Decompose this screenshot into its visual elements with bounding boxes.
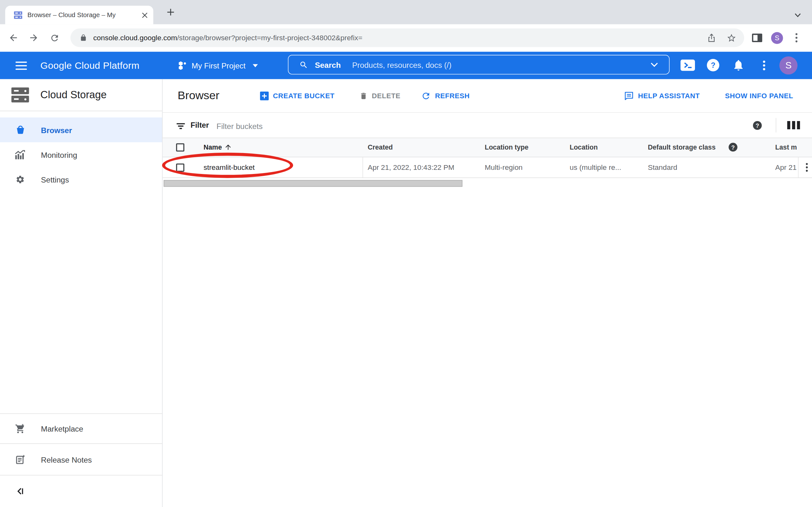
tab-title: Browser – Cloud Storage – My [28,11,138,19]
sidebar-item-browser[interactable]: Browser [0,118,162,142]
bucket-icon [15,125,26,135]
sort-ascending-icon[interactable] [224,143,232,153]
sidebar-item-release-notes[interactable]: Release Notes [0,443,162,475]
share-icon[interactable] [707,33,716,45]
create-bucket-button[interactable]: CREATE BUCKET [260,79,335,112]
buckets-table: Name Created Location type Location Defa… [163,138,812,178]
row-checkbox[interactable] [176,164,184,172]
browser-toolbar: console.cloud.google.com/storage/browser… [0,24,812,52]
filter-icon [177,122,185,131]
filter-buckets-input[interactable] [215,119,456,132]
bucket-created: Apr 21, 2022, 10:43:22 PM [368,157,454,177]
filter-label: Filter [191,113,209,137]
url-path: /storage/browser?project=my-first-projec… [177,34,362,42]
delete-button[interactable]: DELETE [359,79,401,112]
chrome-profile-avatar[interactable]: S [771,32,783,44]
refresh-button[interactable]: REFRESH [421,79,469,112]
bucket-location: us (multiple re... [570,157,621,177]
column-header-location-type[interactable]: Location type [485,138,528,157]
gcp-search-bar[interactable]: Search Products, resources, docs (/) [288,55,670,74]
new-tab-icon[interactable] [167,8,175,16]
forward-icon[interactable] [29,33,39,45]
select-all-checkbox[interactable] [176,143,184,152]
sidebar: Cloud Storage Browser [0,79,163,507]
main-content: Browser CREATE BUCKET DELETE REFRESH [163,79,812,507]
delete-label: DELETE [372,92,400,100]
search-placeholder: Products, resources, docs (/) [352,60,451,69]
filter-bar: Filter ? [163,113,812,138]
cloud-storage-icon [11,88,29,102]
bucket-location-type: Multi-region [485,157,522,177]
create-bucket-label: CREATE BUCKET [273,92,334,100]
chrome-menu-icon[interactable] [796,33,798,44]
page-title: Browser [177,79,219,112]
release-notes-icon [15,454,26,464]
browser-tab-strip: Browser – Cloud Storage – My [0,0,812,24]
browser-tab[interactable]: Browser – Cloud Storage – My [5,6,153,24]
tab-search-chevron-icon[interactable] [794,10,801,20]
back-icon[interactable] [8,33,19,45]
lock-icon [80,34,87,42]
chat-icon [624,91,634,101]
sidebar-item-monitoring[interactable]: Monitoring [0,142,162,167]
column-header-last-modified[interactable]: Last m [775,138,798,157]
add-icon [260,91,269,100]
screen: Browser – Cloud Storage – My console.clo… [0,0,812,507]
help-assistant-label: HELP ASSISTANT [638,92,700,100]
refresh-icon [421,91,431,101]
sidebar-item-marketplace[interactable]: Marketplace [0,413,162,443]
row-overflow-menu-icon[interactable] [806,163,808,173]
project-switcher[interactable]: My First Project [178,52,258,79]
project-caret-icon [253,64,258,67]
url-domain: console.cloud.google.com [93,34,177,42]
help-icon[interactable]: ? [707,59,719,71]
horizontal-scrollbar[interactable] [164,180,462,187]
chrome-profile-initial: S [775,34,779,42]
tab-close-icon[interactable] [140,10,149,20]
column-header-name[interactable]: Name [204,138,222,157]
gcp-header: Google Cloud Platform My First Project S… [0,52,812,79]
cloud-shell-icon[interactable] [680,60,695,73]
reload-icon[interactable] [50,33,60,45]
sidebar-item-label: Monitoring [41,150,77,159]
table-header-row: Name Created Location type Location Defa… [163,138,812,157]
help-filled-icon[interactable]: ? [753,121,762,130]
sidebar-title: Cloud Storage [40,89,107,101]
collapse-sidebar-button[interactable] [0,475,162,507]
sidebar-nav: Browser Monitoring [0,118,162,192]
url-text: console.cloud.google.com/storage/browser… [93,34,362,42]
url-bar[interactable]: console.cloud.google.com/storage/browser… [70,29,744,47]
delete-trash-icon [359,91,368,100]
settings-gear-icon [15,175,26,184]
page-toolbar: Browser CREATE BUCKET DELETE REFRESH [163,79,812,113]
project-switcher-icon [178,61,187,70]
project-name: My First Project [192,61,246,70]
user-avatar[interactable]: S [779,56,798,74]
hamburger-menu-icon[interactable] [15,61,27,72]
sidebar-footer: Marketplace Release Notes [0,413,162,507]
column-header-location[interactable]: Location [570,138,598,157]
column-header-storage-class[interactable]: Default storage class [648,138,716,157]
sidebar-header: Cloud Storage [0,79,162,111]
sidebar-item-label: Marketplace [41,424,83,433]
gcp-logo[interactable]: Google Cloud Platform [40,52,139,79]
storage-class-help-icon[interactable]: ? [728,143,738,152]
bucket-name-link[interactable]: streamlit-bucket [204,157,255,177]
chevron-down-icon[interactable] [651,62,658,67]
cloud-storage-favicon-icon [14,11,22,19]
sidebar-item-settings[interactable]: Settings [0,167,162,192]
bookmark-star-icon[interactable] [727,33,737,45]
search-icon [299,60,308,69]
side-panel-icon[interactable] [752,34,763,44]
bucket-row[interactable]: streamlit-bucket Apr 21, 2022, 10:43:22 … [163,157,812,178]
refresh-label: REFRESH [435,92,469,100]
more-vert-icon[interactable] [763,60,765,72]
column-display-icon[interactable] [787,121,800,131]
notifications-bell-icon[interactable] [733,60,744,73]
bucket-last-modified: Apr 21 [775,157,798,177]
help-assistant-button[interactable]: HELP ASSISTANT [624,79,700,112]
show-info-panel-button[interactable]: SHOW INFO PANEL [725,79,793,112]
sidebar-item-label: Settings [41,175,69,184]
collapse-nav-icon [16,487,24,495]
column-header-created[interactable]: Created [368,138,393,157]
